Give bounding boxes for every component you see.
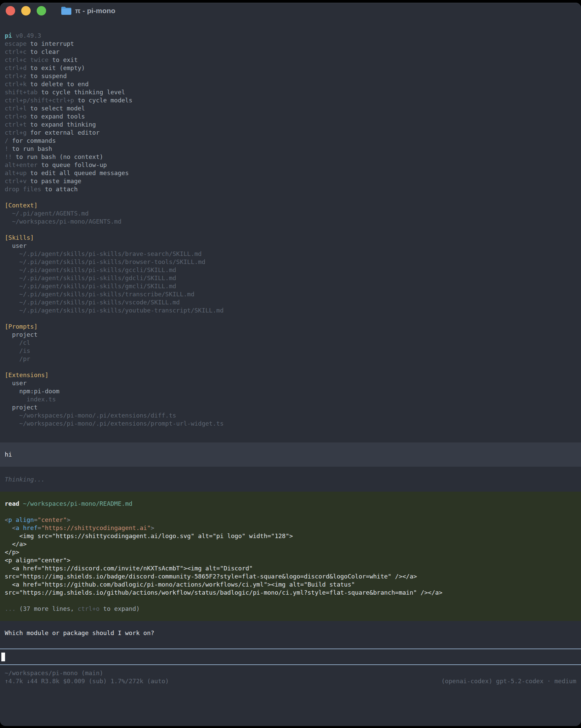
terminal-text-segment: ~/workspaces/pi-mono/AGENTS.md bbox=[5, 218, 122, 225]
terminal-text-segment: read bbox=[5, 500, 19, 507]
terminal-line: ctrl+z to suspend bbox=[5, 72, 581, 80]
user-message: hi bbox=[0, 442, 581, 467]
terminal-text-segment: src="https://img.shields.io/badge/discor… bbox=[5, 573, 417, 580]
terminal-line bbox=[5, 193, 581, 201]
terminal-text-segment: user bbox=[5, 380, 27, 387]
terminal-text-segment: [Prompts] bbox=[5, 323, 38, 330]
terminal-text-segment: ~/.pi/agent/skills/pi-skills/browser-too… bbox=[5, 258, 205, 265]
terminal-text-segment: to expand tools bbox=[27, 113, 85, 120]
terminal-text-segment: alt+enter bbox=[5, 161, 38, 168]
terminal-line: ctrl+o to expand tools bbox=[5, 112, 581, 121]
terminal-line bbox=[5, 226, 581, 234]
tool-call-read-block: read ~/workspaces/pi-mono/README.md <p a… bbox=[0, 492, 581, 621]
terminal-text-segment: to attach bbox=[41, 185, 77, 192]
terminal-text-segment: ~/.pi/agent/AGENTS.md bbox=[5, 210, 88, 217]
terminal-line: npm:pi-doom bbox=[5, 387, 581, 395]
assistant-question: Which module or package should I work on… bbox=[0, 629, 581, 637]
terminal-text-segment: ctrl+o bbox=[5, 113, 27, 120]
terminal-text-segment: [Context] bbox=[5, 202, 38, 209]
terminal-line: ctrl+t to expand thinking bbox=[5, 121, 581, 129]
terminal-line: ~/.pi/agent/skills/pi-skills/browser-too… bbox=[5, 258, 581, 266]
terminal-text-segment: ~/.pi/agent/skills/pi-skills/vscode/SKIL… bbox=[5, 299, 180, 306]
status-bar: ~/workspaces/pi-mono (main) ↑4.7k ↓44 R3… bbox=[0, 665, 581, 685]
terminal-line: ctrl+l to select model bbox=[5, 104, 581, 112]
terminal-line: [Extensions] bbox=[5, 371, 581, 379]
terminal-text-segment: < bbox=[5, 524, 16, 531]
terminal-text-segment: to expand thinking bbox=[27, 121, 96, 128]
terminal-text-segment: index.ts bbox=[5, 396, 56, 403]
terminal-text-segment: to delete to end bbox=[27, 80, 88, 87]
terminal-line: ~/.pi/agent/AGENTS.md bbox=[5, 209, 581, 217]
terminal-text-segment: for commands bbox=[8, 137, 56, 144]
terminal-text-segment: v0.49.3 bbox=[12, 32, 42, 39]
terminal-text-segment: to paste image bbox=[27, 178, 81, 184]
terminal-text-segment: for external editor bbox=[27, 129, 100, 136]
terminal-line: ctrl+d to exit (empty) bbox=[5, 64, 581, 72]
terminal-line: <p align="center"> bbox=[5, 556, 581, 564]
terminal-line bbox=[5, 363, 581, 371]
status-bottom-row: ↑4.7k ↓44 R3.8k $0.009 (sub) 1.7%/272k (… bbox=[5, 677, 576, 685]
terminal-text-segment: ctrl+l bbox=[5, 105, 27, 112]
terminal-text-segment: to cycle thinking level bbox=[38, 88, 125, 96]
terminal-line: <a href="https://discord.com/invite/nKXT… bbox=[5, 564, 581, 572]
terminal-text-segment: "center" bbox=[38, 516, 67, 523]
terminal-content: pi v0.49.3escape to interruptctrl+c to c… bbox=[0, 19, 581, 685]
terminal-line: user bbox=[5, 379, 581, 387]
terminal-line: ctrl+c to clear bbox=[5, 48, 581, 56]
terminal-line: <a href="https://shittycodingagent.ai"> bbox=[5, 524, 581, 532]
terminal-text-segment: hi bbox=[5, 451, 12, 458]
terminal-text-segment: to run bash bbox=[8, 145, 52, 152]
terminal-line: ctrl+c twice to exit bbox=[5, 56, 581, 64]
terminal-text-segment: user bbox=[5, 242, 27, 249]
maximize-window-button[interactable] bbox=[37, 6, 46, 16]
terminal-text-segment: pi bbox=[5, 32, 12, 39]
terminal-text-segment: ~/.pi/agent/skills/pi-skills/youtube-tra… bbox=[5, 307, 223, 314]
terminal-text-segment: p align bbox=[8, 516, 34, 523]
terminal-text-segment: ... bbox=[5, 605, 19, 612]
terminal-text-segment: ctrl+k bbox=[5, 80, 27, 87]
terminal-line: ~/.pi/agent/skills/pi-skills/gmcli/SKILL… bbox=[5, 282, 581, 290]
close-window-button[interactable] bbox=[6, 6, 15, 16]
terminal-line: ~/.pi/agent/skills/pi-skills/brave-searc… bbox=[5, 250, 581, 258]
terminal-line: ~/.pi/agent/skills/pi-skills/gdcli/SKILL… bbox=[5, 274, 581, 282]
terminal-line: ctrl+k to delete to end bbox=[5, 80, 581, 88]
terminal-text-segment: ~/.pi/agent/skills/pi-skills/brave-searc… bbox=[5, 250, 202, 257]
terminal-text-segment: to interrupt bbox=[27, 40, 74, 47]
terminal-window: π - pi-mono pi v0.49.3escape to interrup… bbox=[0, 3, 581, 726]
window-titlebar: π - pi-mono bbox=[0, 3, 581, 19]
terminal-line: ~/.pi/agent/skills/pi-skills/gccli/SKILL… bbox=[5, 266, 581, 274]
terminal-line bbox=[5, 314, 581, 322]
terminal-text-segment: ctrl+c bbox=[5, 48, 27, 55]
terminal-text-segment: (37 more lines, bbox=[19, 605, 77, 612]
terminal-text-segment: ~/workspaces/pi-mono/.pi/extensions/prom… bbox=[5, 420, 223, 427]
terminal-text-segment: shift+tab bbox=[5, 88, 38, 96]
terminal-line: drop files to attach bbox=[5, 185, 581, 193]
terminal-text-segment: alt+up bbox=[5, 170, 27, 177]
terminal-line: ! to run bash bbox=[5, 145, 581, 153]
terminal-line: ~/workspaces/pi-mono/.pi/extensions/prom… bbox=[5, 420, 581, 427]
terminal-text-segment: ctrl+d bbox=[5, 64, 27, 71]
terminal-text-segment: ~/.pi/agent/skills/pi-skills/gccli/SKILL… bbox=[5, 266, 176, 274]
terminal-text-segment: to select model bbox=[27, 105, 85, 112]
terminal-text-segment: project bbox=[5, 331, 38, 338]
terminal-text-segment: ~/.pi/agent/skills/pi-skills/gdcli/SKILL… bbox=[5, 275, 176, 282]
terminal-line: ctrl+g for external editor bbox=[5, 129, 581, 137]
terminal-line: user bbox=[5, 242, 581, 250]
terminal-line: /cl bbox=[5, 339, 581, 347]
terminal-text-segment: to expand) bbox=[100, 605, 140, 612]
terminal-line: [Skills] bbox=[5, 234, 581, 242]
terminal-line bbox=[5, 508, 581, 516]
prompt-input[interactable] bbox=[0, 649, 581, 665]
terminal-line: escape to interrupt bbox=[5, 40, 581, 48]
terminal-text-segment: / bbox=[5, 137, 8, 144]
minimize-window-button[interactable] bbox=[21, 6, 31, 16]
terminal-text-segment: > bbox=[151, 524, 155, 531]
terminal-text-segment: ~/workspaces/pi-mono/.pi/extensions/diff… bbox=[5, 412, 176, 419]
terminal-text-segment: </a> bbox=[5, 541, 27, 547]
terminal-line: ~/workspaces/pi-mono/.pi/extensions/diff… bbox=[5, 412, 581, 420]
terminal-text-segment: ~/workspaces/pi-mono/README.md bbox=[19, 500, 132, 507]
terminal-text-segment: ctrl+p/shift+ctrl+p bbox=[5, 97, 74, 104]
terminal-line: [Context] bbox=[5, 201, 581, 209]
terminal-line: !! to run bash (no context) bbox=[5, 153, 581, 161]
session-startup-info: pi v0.49.3escape to interruptctrl+c to c… bbox=[0, 32, 581, 427]
